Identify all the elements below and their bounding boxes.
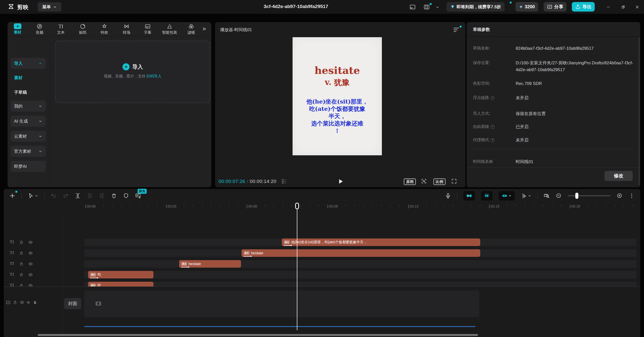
text-clip[interactable]: A≡吃 — [88, 271, 153, 278]
frame-view-icon[interactable] — [281, 178, 287, 184]
original-quality-button[interactable]: 原画 — [404, 178, 416, 185]
clip-content: A≡他(he)坐在(sit)那里，吃(ate)个饭都要犹豫半天， — [282, 238, 480, 246]
share-button[interactable]: 分享 — [544, 2, 567, 12]
qr-import-link[interactable]: 扫码导入 — [146, 74, 162, 78]
close-button[interactable] — [633, 4, 641, 11]
playhead-line[interactable] — [297, 209, 297, 330]
ruler-minor-tick — [256, 205, 256, 207]
lock-icon[interactable] — [13, 300, 17, 305]
visibility-icon[interactable] — [28, 240, 33, 245]
timeline-ruler[interactable]: 00:0000:0300:0600:0900:1200:1500:18 — [4, 202, 640, 212]
lock-icon[interactable] — [19, 240, 24, 245]
vip-expiry-badge[interactable]: 即将到期，续费享7.5折 — [447, 2, 505, 12]
zoom-slider-handle[interactable] — [575, 193, 578, 199]
menu-button[interactable]: 菜单 — [38, 2, 61, 12]
modify-button[interactable]: 修改 — [605, 171, 633, 181]
split-button[interactable] — [75, 193, 81, 199]
zoom-in-button[interactable] — [617, 193, 623, 199]
text-read-button[interactable]: 限免 — [135, 193, 141, 199]
zoom-out-button[interactable] — [556, 193, 562, 199]
visibility-icon[interactable] — [28, 251, 33, 256]
mask-button[interactable] — [123, 193, 129, 199]
lock-icon[interactable] — [19, 283, 24, 286]
ruler-major-tick — [85, 205, 86, 208]
help-icon[interactable]: ? — [491, 125, 495, 129]
visibility-icon[interactable] — [28, 262, 33, 266]
sidebar-item-label: 我的 — [14, 103, 23, 109]
layout-chevron-icon[interactable] — [436, 6, 439, 9]
player-menu-button[interactable] — [454, 28, 460, 33]
playhead-handle[interactable] — [295, 203, 299, 211]
text-clip[interactable]: A≡hesitate — [179, 260, 241, 268]
coins-badge[interactable]: 3200 — [515, 2, 538, 12]
visibility-icon[interactable] — [20, 300, 24, 305]
tab-文本[interactable]: TI文本 — [50, 23, 72, 35]
snap-center-toggle[interactable] — [481, 191, 493, 201]
redo-button[interactable] — [63, 193, 69, 199]
play-button[interactable] — [337, 178, 344, 185]
sidebar-item-官方素材[interactable]: 官方素材 — [11, 146, 46, 157]
lock-icon[interactable] — [19, 272, 24, 277]
layout-view-icon[interactable] — [424, 4, 430, 10]
select-cursor-button[interactable] — [28, 193, 38, 199]
horizontal-scrollbar[interactable] — [38, 334, 478, 336]
tab-more[interactable]: » — [193, 25, 216, 32]
select-cursor-icon — [28, 193, 34, 199]
tab-特效[interactable]: 特效 — [93, 23, 116, 35]
cover-button[interactable]: 封面 — [64, 298, 81, 309]
lock-icon[interactable] — [19, 262, 24, 266]
lock-icon[interactable] — [19, 251, 24, 255]
text-track-lane[interactable] — [84, 260, 636, 268]
import-button[interactable]: 导入 — [123, 63, 143, 70]
caption-view-icon[interactable] — [410, 4, 416, 10]
sidebar-item-AI 生成[interactable]: AI 生成 — [11, 116, 46, 127]
sidebar-item-即梦AI[interactable]: 即梦AI — [11, 161, 46, 172]
split-icon — [75, 193, 81, 199]
snap-left-toggle[interactable] — [463, 191, 475, 201]
focus-zoom-icon[interactable] — [421, 178, 427, 184]
minimize-button[interactable] — [605, 4, 612, 11]
record-voice-button[interactable] — [445, 193, 451, 199]
sidebar-item-导入[interactable]: 导入 — [11, 58, 46, 69]
params-scrollbar[interactable] — [639, 37, 639, 185]
fullscreen-icon[interactable] — [451, 178, 457, 184]
visibility-icon[interactable] — [28, 283, 33, 286]
toolbar-divider — [21, 192, 22, 199]
video-preview[interactable]: hesitate v. 犹豫 他(he)坐在(sit)那里，吃(ate)个饭都要… — [293, 37, 382, 155]
cursor-split-button[interactable] — [521, 193, 531, 199]
import-dropzone[interactable]: 导入 视频、音频、图片，支持 扫码导入 — [55, 41, 210, 103]
undo-button[interactable] — [51, 193, 57, 199]
sidebar-item-我的[interactable]: 我的 — [11, 101, 46, 112]
split-right-button[interactable] — [99, 193, 105, 199]
video-track-lane[interactable] — [84, 291, 479, 317]
text-clip[interactable]: A≡他(he)坐在(sit)那里，吃(ate)个饭都要犹豫半天， — [282, 238, 480, 246]
more-options-button[interactable] — [629, 193, 635, 199]
tab-音频[interactable]: 音频 — [28, 23, 51, 35]
sidebar-item-云素材[interactable]: 云素材 — [11, 131, 46, 142]
text-track-lane[interactable] — [84, 282, 636, 286]
tab-贴纸[interactable]: 贴纸 — [71, 23, 94, 35]
ratio-button[interactable]: 比例 — [433, 178, 446, 185]
visibility-icon[interactable] — [28, 272, 33, 277]
help-icon[interactable]: ? — [491, 138, 495, 142]
text-track-lane[interactable] — [84, 271, 636, 278]
help-icon[interactable]: ? — [491, 96, 495, 100]
add-button[interactable] — [9, 193, 15, 199]
sidebar-item-素材[interactable]: 素材 — [11, 74, 46, 81]
tab-转场[interactable]: 转场 — [115, 23, 138, 35]
export-button[interactable]: 导出 — [572, 2, 595, 12]
tab-素材[interactable]: 素材 — [6, 23, 29, 35]
split-left-button[interactable] — [87, 193, 93, 199]
sidebar-item-子草稿[interactable]: 子草稿 — [11, 89, 46, 96]
tab-智能包装[interactable]: 智能包装 — [158, 23, 181, 35]
text-clip[interactable]: A≡hesitate — [242, 249, 480, 257]
text-clip[interactable]: A≡吃 — [88, 282, 153, 286]
delete-button[interactable] — [111, 193, 117, 199]
mute-icon[interactable] — [26, 300, 31, 305]
link-toggle[interactable] — [499, 191, 515, 201]
timeline-zoom-slider[interactable] — [568, 195, 611, 196]
restore-button[interactable] — [619, 4, 627, 11]
solo-toggle[interactable]: S — [34, 300, 36, 305]
tab-字幕[interactable]: 字幕 — [136, 23, 159, 35]
preview-axis-button[interactable] — [544, 193, 550, 199]
